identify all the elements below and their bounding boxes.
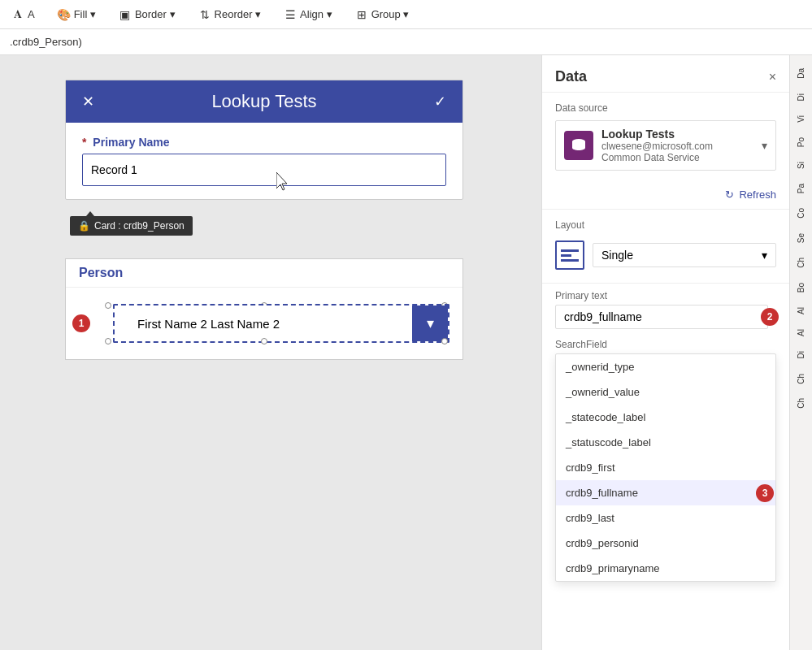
- primary-text-label: Primary text: [555, 290, 776, 301]
- person-card: Person 1 ▾: [65, 258, 463, 360]
- far-right-da[interactable]: Da: [793, 62, 809, 85]
- fill-icon: 🎨: [58, 8, 71, 21]
- group-icon: ⊞: [355, 8, 368, 21]
- dropdown-item-ownerid-type[interactable]: _ownerid_type: [556, 354, 775, 379]
- datasource-info: Lookup Tests clwesene@microsoft.com Comm…: [601, 128, 753, 163]
- layout-select[interactable]: Single ▾: [593, 243, 776, 267]
- align-label: Align ▾: [300, 8, 332, 20]
- badge-3: 3: [756, 484, 774, 502]
- breadcrumb: .crdb9_Person): [0, 29, 812, 55]
- dropdown-item-statecode[interactable]: _statecode_label: [556, 405, 775, 430]
- group-label: Group ▾: [371, 8, 410, 20]
- right-panel: Data × Data source Lookup Tests clwesene…: [541, 55, 789, 650]
- layout-type: Single: [601, 249, 633, 262]
- datasource-email: clwesene@microsoft.com: [601, 141, 753, 152]
- panel-title: Data: [555, 68, 587, 85]
- align-toolbar-item[interactable]: ☰ Align ▾: [279, 5, 337, 24]
- primary-text-section: Primary text crdb9_fullname 2: [542, 284, 789, 332]
- form-check-icon[interactable]: ✓: [434, 93, 446, 110]
- group-toolbar-item[interactable]: ⊞ Group ▾: [350, 5, 415, 24]
- far-right-pa[interactable]: Pa: [793, 177, 809, 200]
- lookup-input[interactable]: [115, 306, 412, 341]
- tooltip-text: Card : crdb9_Person: [94, 220, 185, 232]
- reorder-icon: ⇅: [198, 8, 211, 21]
- person-header: Person: [66, 259, 462, 288]
- data-source-section: Data source Lookup Tests clwesene@micros…: [542, 93, 789, 180]
- refresh-button[interactable]: ↻ Refresh: [725, 184, 776, 206]
- form-close-icon[interactable]: ✕: [82, 93, 94, 110]
- datasource-name: Lookup Tests: [601, 128, 753, 141]
- handle-top-left: [105, 302, 111, 309]
- font-toolbar-item[interactable]: 𝐀 A: [7, 5, 40, 24]
- far-right-al1[interactable]: Al: [793, 301, 809, 321]
- layout-icon: [555, 240, 584, 270]
- canvas-area: ✕ Lookup Tests ✓ * Primary Name 🔒 Card :…: [0, 55, 541, 650]
- dropdown-item-ownerid-value[interactable]: _ownerid_value: [556, 379, 775, 405]
- far-right-panel: Da Di Vi Po Si Pa Co Se Ch Bo Al Al Di C…: [789, 55, 812, 650]
- refresh-label: Refresh: [739, 188, 776, 201]
- layout-label: Layout: [555, 219, 776, 231]
- layout-line-3: [561, 259, 579, 262]
- reorder-toolbar-item[interactable]: ⇅ Reorder ▾: [193, 5, 267, 24]
- handle-bottom: [261, 338, 267, 344]
- datasource-chevron-icon[interactable]: ▾: [762, 139, 767, 152]
- datasource-service: Common Data Service: [601, 152, 753, 163]
- form-card: ✕ Lookup Tests ✓ * Primary Name: [65, 80, 463, 200]
- lookup-dropdown-btn[interactable]: ▾: [412, 306, 448, 341]
- badge-2: 2: [761, 308, 779, 326]
- align-icon: ☰: [284, 8, 297, 21]
- font-label: A: [28, 8, 35, 20]
- primary-name-label: * Primary Name: [82, 136, 446, 149]
- far-right-di2[interactable]: Di: [793, 344, 809, 365]
- far-right-se[interactable]: Se: [793, 227, 809, 249]
- panel-close-icon[interactable]: ×: [769, 70, 776, 84]
- border-label: Border ▾: [135, 8, 176, 20]
- far-right-bo[interactable]: Bo: [793, 276, 809, 299]
- dropdown-item-statuscode[interactable]: _statuscode_label: [556, 430, 775, 455]
- form-header: ✕ Lookup Tests ✓: [66, 80, 462, 123]
- layout-chevron-icon: ▾: [762, 249, 767, 262]
- handle-bottom-right: [441, 338, 448, 344]
- lookup-container: ▾: [79, 297, 449, 349]
- fill-toolbar-item[interactable]: 🎨 Fill ▾: [53, 5, 101, 24]
- reorder-label: Reorder ▾: [215, 8, 262, 20]
- datasource-row[interactable]: Lookup Tests clwesene@microsoft.com Comm…: [555, 120, 776, 171]
- font-icon: 𝐀: [11, 8, 24, 21]
- primary-text-value[interactable]: crdb9_fullname 2: [555, 305, 768, 329]
- far-right-di[interactable]: Di: [793, 87, 809, 107]
- layout-section: Layout Single ▾: [542, 210, 789, 283]
- data-source-label: Data source: [555, 102, 776, 114]
- far-right-co[interactable]: Co: [793, 202, 809, 225]
- border-toolbar-item[interactable]: ▣ Border ▾: [114, 5, 180, 24]
- far-right-si[interactable]: Si: [793, 155, 809, 176]
- far-right-po[interactable]: Po: [793, 131, 809, 154]
- dropdown-item-last[interactable]: crdb9_last: [556, 505, 775, 531]
- dropdown-item-personid[interactable]: crdb9_personid: [556, 531, 775, 556]
- tooltip-box: 🔒 Card : crdb9_Person: [70, 216, 193, 236]
- required-star: *: [82, 136, 86, 149]
- toolbar: 𝐀 A 🎨 Fill ▾ ▣ Border ▾ ⇅ Reorder ▾ ☰ Al…: [0, 0, 812, 29]
- far-right-vi[interactable]: Vi: [793, 109, 809, 129]
- main-layout: ✕ Lookup Tests ✓ * Primary Name 🔒 Card :…: [0, 55, 812, 650]
- field-name-text: Primary Name: [93, 136, 169, 149]
- far-right-ch3[interactable]: Ch: [793, 392, 809, 415]
- far-right-ch1[interactable]: Ch: [793, 251, 809, 275]
- breadcrumb-text: .crdb9_Person): [10, 36, 82, 48]
- far-right-ch2[interactable]: Ch: [793, 367, 809, 391]
- lookup-row: ▾: [113, 304, 449, 343]
- dropdown-item-fullname[interactable]: crdb9_fullname 3: [556, 480, 775, 505]
- dropdown-list: _ownerid_type _ownerid_value _statecode_…: [555, 353, 776, 582]
- dropdown-item-primaryname[interactable]: crdb9_primaryname: [556, 556, 775, 581]
- refresh-container: ↻ Refresh: [542, 180, 789, 209]
- primary-text-container: crdb9_fullname 2: [555, 305, 768, 329]
- far-right-al2[interactable]: Al: [793, 323, 809, 343]
- form-body: * Primary Name: [66, 123, 462, 199]
- dropdown-item-first[interactable]: crdb9_first: [556, 455, 775, 480]
- primary-name-input[interactable]: [82, 154, 446, 186]
- form-title: Lookup Tests: [211, 91, 316, 112]
- search-field-label: SearchField: [542, 332, 789, 353]
- person-title: Person: [79, 266, 123, 280]
- layout-line-2: [561, 254, 571, 257]
- primary-text-display: crdb9_fullname: [564, 310, 642, 323]
- panel-header: Data ×: [542, 55, 789, 93]
